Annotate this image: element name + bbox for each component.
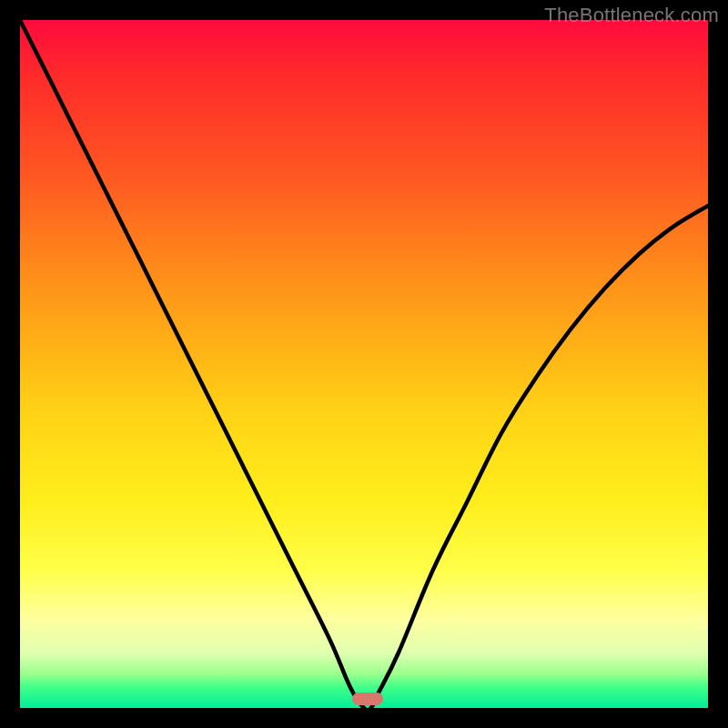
bottleneck-curve	[20, 20, 708, 708]
watermark-text: TheBottleneck.com	[544, 4, 719, 27]
chart-frame: TheBottleneck.com	[0, 0, 728, 728]
optimal-marker	[352, 693, 383, 705]
plot-area	[20, 20, 708, 708]
